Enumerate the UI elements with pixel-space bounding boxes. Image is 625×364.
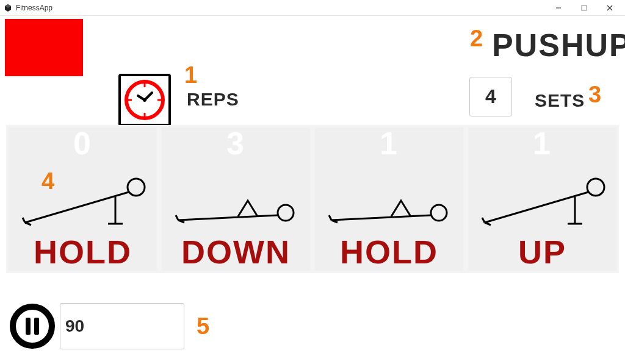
exercise-title: PUSHUP	[492, 27, 625, 63]
stage-label: DOWN	[181, 235, 291, 268]
app-stage: REPS PUSHUP SETS 1 2 3 4 5 0 HOLD 3	[0, 16, 625, 364]
svg-rect-26	[34, 318, 39, 335]
stage-card-hold-bottom[interactable]: 1 HOLD	[315, 127, 463, 271]
window-close-button[interactable]	[597, 0, 623, 16]
sets-input[interactable]	[469, 77, 512, 116]
unity-logo-icon	[4, 4, 12, 12]
svg-rect-25	[26, 318, 31, 335]
annotation-2: 2	[470, 26, 483, 52]
stage-count: 0	[73, 125, 92, 162]
svg-point-22	[587, 179, 604, 196]
pause-button[interactable]	[10, 304, 55, 349]
stage-count: 1	[533, 125, 552, 162]
svg-point-18	[278, 205, 294, 221]
annotation-3: 3	[588, 82, 601, 108]
stage-count: 1	[380, 125, 399, 162]
svg-line-23	[485, 192, 588, 223]
svg-line-21	[331, 215, 432, 220]
svg-line-16	[25, 192, 129, 223]
svg-point-20	[431, 205, 447, 221]
svg-rect-3	[582, 5, 587, 10]
svg-point-15	[128, 179, 145, 196]
svg-line-19	[178, 215, 278, 220]
stage-label: HOLD	[340, 235, 438, 268]
annotation-1: 1	[184, 62, 197, 88]
pushup-down-icon	[162, 162, 310, 235]
window-titlebar: FitnessApp	[0, 0, 625, 16]
reps-label: REPS	[187, 89, 239, 110]
clock-icon	[118, 74, 171, 126]
svg-point-14	[143, 98, 146, 102]
stage-label: UP	[518, 235, 566, 268]
pushup-up-icon	[9, 162, 157, 235]
window-maximize-button[interactable]	[571, 0, 597, 16]
sets-label: SETS	[535, 90, 585, 111]
preview-panel	[5, 19, 83, 76]
stage-card-hold-top[interactable]: 0 HOLD	[9, 127, 157, 271]
annotation-5: 5	[197, 313, 209, 340]
stage-card-down[interactable]: 3 DOWN	[162, 127, 310, 271]
stage-count: 3	[226, 125, 245, 162]
stage-label: HOLD	[34, 235, 132, 268]
stage-card-up[interactable]: 1 UP	[468, 127, 616, 271]
pushup-up-icon	[468, 162, 616, 235]
pushup-down-icon	[315, 162, 463, 235]
bpm-input[interactable]	[60, 303, 184, 349]
window-minimize-button[interactable]	[546, 0, 571, 16]
stage-strip: 0 HOLD 3	[6, 125, 619, 273]
annotation-4: 4	[42, 168, 54, 194]
window-title: FitnessApp	[16, 4, 52, 12]
